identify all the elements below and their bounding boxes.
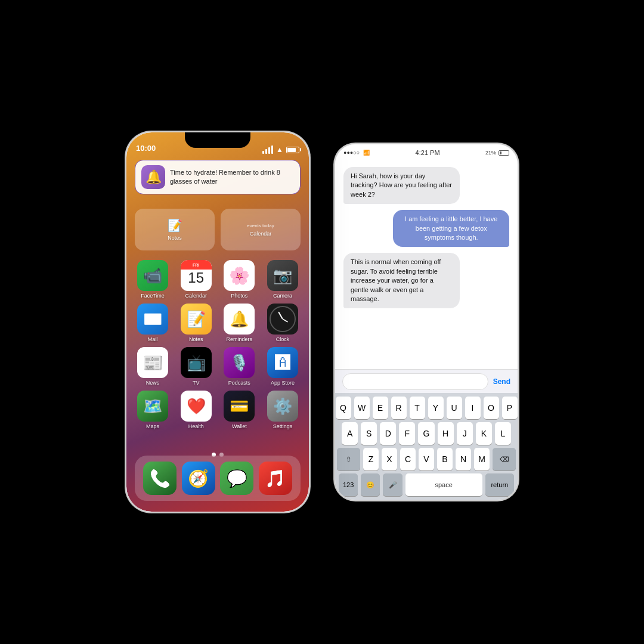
- key-space[interactable]: space: [405, 473, 482, 496]
- signal-icon: [262, 145, 273, 154]
- key-r[interactable]: R: [391, 397, 407, 419]
- facetime-icon: 📹: [137, 260, 168, 291]
- dock-phone[interactable]: 📞: [143, 462, 177, 495]
- app-news[interactable]: 📰 News: [135, 347, 171, 386]
- news-label: News: [146, 380, 160, 386]
- notes-icon: 📝: [181, 304, 212, 335]
- app-appstore[interactable]: 🅰 App Store: [265, 347, 301, 386]
- message-2: I am feeling a little better, I have bee…: [393, 210, 509, 247]
- app-reminders[interactable]: 🔔 Reminders: [221, 304, 257, 342]
- widget-notes[interactable]: 📝 Notes: [135, 209, 215, 250]
- widget-calendar-label: Calendar: [250, 231, 272, 237]
- app-clock[interactable]: Clock: [265, 304, 301, 342]
- key-g[interactable]: G: [418, 422, 434, 445]
- key-d[interactable]: D: [380, 422, 396, 445]
- app-row-1: 📹 FaceTime FRI 15 Calendar: [135, 260, 301, 299]
- send-button[interactable]: Send: [493, 377, 510, 386]
- app-camera[interactable]: 📷 Camera: [265, 260, 301, 299]
- key-y[interactable]: Y: [428, 397, 444, 419]
- key-m[interactable]: M: [474, 448, 490, 470]
- key-emoji[interactable]: 😊: [361, 473, 380, 496]
- notification-banner[interactable]: 🔔 Time to hydrate! Remember to drink 8 g…: [135, 160, 301, 194]
- status-time: 10:00: [136, 144, 156, 154]
- dock-safari[interactable]: 🧭: [182, 462, 215, 495]
- key-f[interactable]: F: [399, 422, 415, 445]
- key-b[interactable]: B: [437, 448, 453, 470]
- key-p[interactable]: P: [502, 397, 518, 419]
- key-return[interactable]: return: [485, 473, 514, 496]
- key-o[interactable]: O: [484, 397, 499, 419]
- app-row-4: 🗺️ Maps ❤️ Health 💳 Walle: [135, 391, 301, 429]
- key-v[interactable]: V: [419, 448, 434, 470]
- key-t[interactable]: T: [410, 397, 425, 419]
- key-z[interactable]: Z: [363, 448, 379, 470]
- podcasts-label: Podcasts: [228, 380, 250, 386]
- reminders-icon: 🔔: [224, 304, 255, 335]
- p2-battery-pct: 21%: [485, 150, 496, 156]
- p2-signal-dots: ●●●○○: [343, 150, 360, 156]
- app-mail[interactable]: ✉️ Mail: [135, 304, 171, 342]
- key-n[interactable]: N: [456, 448, 471, 470]
- tv-label: TV: [193, 380, 200, 386]
- p2-wifi-icon: 📶: [363, 150, 370, 156]
- app-settings[interactable]: ⚙️ Settings: [265, 391, 301, 429]
- key-i[interactable]: I: [465, 397, 481, 419]
- wallet-label: Wallet: [232, 423, 247, 429]
- app-podcasts[interactable]: 🎙️ Podcasts: [221, 347, 257, 386]
- app-calendar[interactable]: FRI 15 Calendar: [178, 260, 214, 299]
- news-icon: 📰: [137, 347, 168, 378]
- app-notes[interactable]: 📝 Notes: [178, 304, 214, 342]
- mail-icon: ✉️: [137, 304, 168, 335]
- key-h[interactable]: H: [438, 422, 454, 445]
- app-photos[interactable]: 🌸 Photos: [221, 260, 257, 299]
- key-c[interactable]: C: [400, 448, 416, 470]
- p2-battery: 21%: [485, 150, 509, 156]
- widget-calendar[interactable]: events today Calendar: [221, 209, 301, 250]
- p2-status-bar: ●●●○○ 📶 4:21 PM 21%: [335, 144, 518, 161]
- dock: 📞 🧭 💬 🎵: [135, 456, 301, 501]
- key-a[interactable]: A: [342, 422, 358, 445]
- message-1: Hi Sarah, how is your day tracking? How …: [343, 167, 460, 204]
- app-tv[interactable]: 📺 TV: [178, 347, 214, 386]
- app-row-3: 📰 News 📺 TV 🎙️ Podcasts: [135, 347, 301, 386]
- key-x[interactable]: X: [382, 448, 397, 470]
- appstore-label: App Store: [271, 380, 295, 386]
- phone1-iphone: 10:00 ▲ 🔔 Time to hydrat: [125, 131, 310, 513]
- app-facetime[interactable]: 📹 FaceTime: [135, 260, 171, 299]
- notes-label: Notes: [189, 336, 203, 342]
- key-s[interactable]: S: [361, 422, 377, 445]
- key-w[interactable]: W: [354, 397, 370, 419]
- widget-notes-label: Notes: [168, 235, 182, 241]
- app-row-2: ✉️ Mail 📝 Notes 🔔 Reminde: [135, 304, 301, 342]
- key-l[interactable]: L: [495, 422, 511, 445]
- key-e[interactable]: E: [373, 397, 388, 419]
- key-delete[interactable]: ⌫: [493, 448, 516, 470]
- tv-icon: 📺: [181, 347, 212, 378]
- message-3: This is normal when coming off sugar. To…: [343, 253, 460, 308]
- key-123[interactable]: 123: [339, 473, 358, 496]
- notification-text: Time to hydrate! Remember to drink 8 gla…: [170, 168, 294, 186]
- notification-bell-icon: 🔔: [141, 165, 165, 189]
- wifi-icon: ▲: [276, 145, 283, 154]
- key-u[interactable]: U: [447, 397, 462, 419]
- photos-label: Photos: [231, 293, 247, 299]
- app-maps[interactable]: 🗺️ Maps: [135, 391, 171, 429]
- dock-messages[interactable]: 💬: [220, 462, 253, 495]
- message-input[interactable]: [342, 373, 488, 390]
- key-mic[interactable]: 🎤: [383, 473, 402, 496]
- dock-music[interactable]: 🎵: [259, 462, 292, 495]
- app-health[interactable]: ❤️ Health: [178, 391, 214, 429]
- key-shift[interactable]: ⇧: [337, 448, 360, 470]
- key-k[interactable]: K: [476, 422, 492, 445]
- camera-icon: 📷: [267, 260, 298, 291]
- status-icons: ▲: [262, 145, 299, 154]
- battery-icon: [286, 147, 299, 153]
- app-wallet[interactable]: 💳 Wallet: [221, 391, 257, 429]
- key-q[interactable]: Q: [336, 397, 351, 419]
- camera-label: Camera: [273, 293, 292, 299]
- keyboard-row-1: Q W E R T Y U I O P: [337, 397, 516, 419]
- widgets-row: 📝 Notes events today Calendar: [135, 209, 301, 250]
- key-j[interactable]: J: [457, 422, 473, 445]
- health-label: Health: [188, 423, 204, 429]
- chat-area: Hi Sarah, how is your day tracking? How …: [335, 161, 518, 369]
